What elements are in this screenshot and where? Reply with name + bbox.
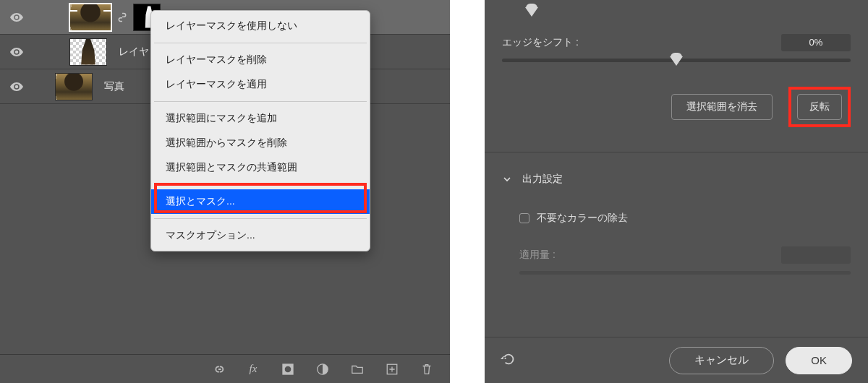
decontaminate-checkbox[interactable]	[519, 213, 529, 223]
menu-item-intersect-mask-selection[interactable]: 選択範囲とマスクの共通範囲	[151, 155, 370, 180]
amount-slider-track	[519, 271, 851, 275]
eye-icon	[10, 48, 23, 56]
amount-value	[781, 246, 851, 264]
layer-image-thumbnail[interactable]	[69, 4, 111, 31]
add-mask-icon[interactable]	[281, 362, 295, 376]
menu-separator	[154, 43, 367, 43]
delete-layer-icon[interactable]	[420, 362, 434, 376]
eye-icon	[10, 13, 23, 22]
menu-item-add-mask-to-selection[interactable]: 選択範囲にマスクを追加	[151, 106, 370, 131]
layer-name[interactable]: レイヤ	[119, 46, 149, 59]
decontaminate-label: 不要なカラーの除去	[537, 212, 628, 225]
decontaminate-colors-row[interactable]: 不要なカラーの除去	[519, 212, 851, 225]
menu-item-disable-mask[interactable]: レイヤーマスクを使用しない	[151, 14, 370, 38]
dialog-footer: キャンセル OK	[485, 337, 868, 383]
adjustment-layer-icon[interactable]	[315, 362, 330, 376]
eye-icon	[10, 82, 23, 91]
tutorial-highlight-invert: 反転	[788, 87, 851, 127]
menu-item-subtract-mask-from-selection[interactable]: 選択範囲からマスクを削除	[151, 131, 370, 155]
visibility-toggle[interactable]	[4, 13, 29, 22]
layers-panel-toolbar: fx	[0, 354, 450, 383]
layer-name[interactable]: 写真	[104, 80, 124, 93]
edge-shift-value[interactable]: 0%	[781, 34, 851, 51]
output-settings-title: 出力設定	[522, 173, 563, 186]
amount-row: 適用量 :	[519, 246, 851, 264]
edge-shift-row: エッジをシフト : 0%	[502, 34, 851, 51]
output-settings-header[interactable]: 出力設定	[502, 173, 851, 186]
cancel-button[interactable]: キャンセル	[669, 347, 774, 374]
menu-separator	[154, 218, 367, 219]
menu-item-delete-mask[interactable]: レイヤーマスクを削除	[151, 48, 370, 72]
slider-thumb-upper[interactable]	[502, 7, 851, 17]
reset-button[interactable]	[501, 352, 516, 369]
amount-label: 適用量 :	[519, 249, 556, 262]
new-layer-icon[interactable]	[385, 362, 399, 376]
layer-effects-icon[interactable]: fx	[246, 362, 260, 376]
menu-item-select-and-mask[interactable]: 選択とマスク...	[151, 189, 370, 214]
mask-link-icon[interactable]	[117, 12, 127, 22]
visibility-toggle[interactable]	[4, 82, 29, 91]
clear-selection-button[interactable]: 選択範囲を消去	[671, 94, 773, 120]
layer-image-thumbnail[interactable]	[69, 38, 107, 66]
edge-shift-slider-thumb[interactable]	[670, 56, 683, 66]
chevron-down-icon	[502, 174, 512, 184]
svg-point-1	[284, 366, 292, 373]
layers-panel: レイヤ 写真 レイヤーマスクを使用しない レイヤーマスクを削除 レイヤーマスクを…	[0, 0, 450, 383]
menu-item-mask-options[interactable]: マスクオプション...	[151, 223, 370, 248]
invert-button[interactable]: 反転	[797, 94, 842, 120]
edge-shift-slider-track[interactable]	[502, 59, 851, 62]
link-layers-icon[interactable]	[211, 362, 226, 376]
layer-image-thumbnail[interactable]	[55, 73, 93, 100]
menu-separator	[154, 101, 367, 102]
select-and-mask-properties: エッジをシフト : 0% 選択範囲を消去 反転 出力設定 不要なカラーの除去 適…	[485, 0, 868, 383]
visibility-toggle[interactable]	[4, 48, 29, 56]
menu-item-apply-mask[interactable]: レイヤーマスクを適用	[151, 72, 370, 97]
menu-separator	[154, 184, 367, 185]
edge-shift-label: エッジをシフト :	[502, 36, 579, 49]
layer-mask-context-menu: レイヤーマスクを使用しない レイヤーマスクを削除 レイヤーマスクを適用 選択範囲…	[150, 10, 370, 251]
new-group-icon[interactable]	[350, 362, 365, 376]
ok-button[interactable]: OK	[786, 347, 852, 374]
